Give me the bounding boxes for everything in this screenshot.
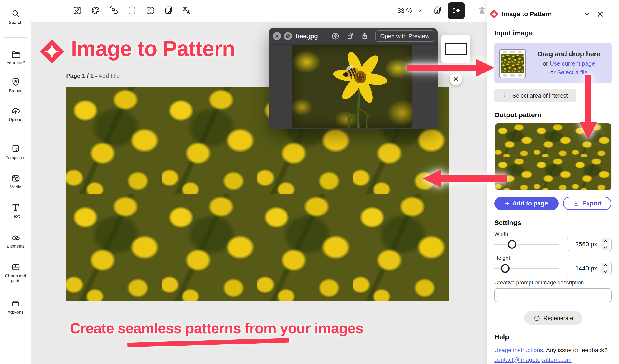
svg-text:1: 1 xyxy=(436,9,438,14)
width-step-down-button[interactable] xyxy=(601,245,609,250)
quicklook-titlebar: bee.jpg Open with Preview xyxy=(269,28,438,45)
page-label[interactable]: Page 1 / 1 - Add title xyxy=(66,72,120,79)
cloud-upload-icon xyxy=(11,106,21,116)
translate-icon: A xyxy=(182,6,192,15)
usage-instructions-link[interactable]: Usage instructions xyxy=(494,347,543,353)
sidebar-divider xyxy=(4,37,27,38)
close-icon xyxy=(597,11,604,17)
use-current-page-link[interactable]: Use current page xyxy=(549,60,595,67)
width-slider[interactable] xyxy=(494,244,559,245)
charts-grids-icon xyxy=(11,262,21,272)
height-slider-thumb[interactable] xyxy=(501,264,509,273)
rotate-button[interactable] xyxy=(346,32,354,40)
translate-button[interactable]: A xyxy=(180,4,194,17)
page-number-label: Page 1 / 1 - xyxy=(66,72,97,79)
height-input[interactable]: 1440 px xyxy=(567,262,612,275)
templates-icon xyxy=(11,144,21,154)
quicklook-filename: bee.jpg xyxy=(295,32,318,40)
copy-pages-button[interactable] xyxy=(162,4,175,17)
addon-logo xyxy=(490,10,499,19)
sidebar-item-upload[interactable]: Upload xyxy=(0,106,31,122)
select-area-label: Select area of interest xyxy=(512,92,568,99)
contact-email-link[interactable]: contact@imagetopattern.com xyxy=(494,356,572,363)
zoom-dropdown-button[interactable] xyxy=(413,4,426,17)
height-step-up-button[interactable] xyxy=(601,263,609,268)
canvas-title-text[interactable]: Image to Pattern xyxy=(71,36,235,61)
sidebar-item-elements[interactable]: Elements xyxy=(0,232,31,248)
sidebar-item-charts-and-grids[interactable]: Charts and grids xyxy=(0,262,31,283)
height-value: 1440 px xyxy=(571,265,601,272)
add-to-page-label: Add to page xyxy=(512,200,548,207)
sidebar-item-search[interactable]: Search xyxy=(0,9,31,25)
or-text: or xyxy=(543,60,548,67)
height-label: Height xyxy=(494,255,510,261)
sidebar-item-media[interactable]: Media xyxy=(0,173,31,189)
sidebar-item-your-stuff[interactable]: Your stuff xyxy=(0,49,31,65)
close-icon xyxy=(453,76,459,82)
zoom-level[interactable]: 33 % xyxy=(394,7,415,14)
regenerate-button[interactable]: Regenerate xyxy=(524,311,582,325)
elements-icon xyxy=(11,232,21,242)
pages-button[interactable]: 1 xyxy=(431,4,444,17)
prompt-label: Creative prompt or image description xyxy=(494,279,584,286)
color-palette-button[interactable] xyxy=(89,4,102,17)
select-a-file-link[interactable]: Select a file xyxy=(557,69,588,76)
quicklook-blocked-button[interactable] xyxy=(284,32,292,40)
download-icon xyxy=(573,200,580,207)
dismiss-selection-button[interactable] xyxy=(450,73,462,85)
drop-zone-text: Drag and drop here or Use current page o… xyxy=(526,43,612,83)
bee-flower-illustration xyxy=(292,45,412,128)
chevron-down-icon xyxy=(603,270,607,273)
toolbar-divider xyxy=(472,3,472,18)
input-image-heading: Input image xyxy=(494,29,533,37)
quicklook-close-button[interactable] xyxy=(273,32,281,40)
open-with-preview-button[interactable]: Open with Preview xyxy=(376,30,434,42)
prompt-input[interactable] xyxy=(494,288,612,302)
input-image-thumbnail xyxy=(499,49,526,78)
select-area-button[interactable]: Select area of interest xyxy=(494,89,576,102)
drop-zone[interactable]: Drag and drop here or Use current page o… xyxy=(494,43,612,83)
share-button[interactable] xyxy=(361,32,369,40)
image-to-pattern-addon-button-active[interactable] xyxy=(448,2,465,19)
page-title-placeholder[interactable]: Add title xyxy=(98,72,120,79)
markup-button[interactable] xyxy=(331,32,339,40)
regenerate-icon xyxy=(534,315,540,322)
quicklook-window[interactable]: bee.jpg Open with Preview xyxy=(269,28,438,129)
width-input[interactable]: 2560 px xyxy=(567,238,612,251)
zoom-chevron-icon xyxy=(416,7,423,14)
add-to-page-button[interactable]: + Add to page xyxy=(494,197,559,210)
share-icon xyxy=(361,32,369,40)
panel-title: Image to Pattern xyxy=(502,11,552,18)
frame-button[interactable] xyxy=(125,4,139,17)
add-ons-icon xyxy=(11,298,21,308)
output-pattern-image[interactable] xyxy=(495,123,611,190)
chevron-up-icon xyxy=(603,264,607,267)
rotate-icon xyxy=(346,32,354,40)
copy-pages-icon xyxy=(164,6,173,15)
image-to-pattern-panel: Image to Pattern Input image Drag and dr… xyxy=(487,0,619,364)
panel-close-button[interactable] xyxy=(597,11,604,18)
sidebar-item-text[interactable]: Text xyxy=(0,202,31,219)
feedback-text: . Any issue or feedback? xyxy=(543,347,607,353)
sidebar-item-add-ons[interactable]: Add-ons xyxy=(0,298,31,315)
delete-button[interactable] xyxy=(475,4,489,17)
width-slider-thumb[interactable] xyxy=(508,240,516,249)
svg-text:B: B xyxy=(14,79,17,84)
panel-collapse-button[interactable] xyxy=(583,11,590,19)
height-step-down-button[interactable] xyxy=(601,269,609,274)
mask-button[interactable] xyxy=(144,4,157,17)
crop-icon xyxy=(502,92,509,99)
export-button[interactable]: Export xyxy=(563,197,611,210)
page-thumbnail-card[interactable] xyxy=(441,35,470,63)
resize-button[interactable] xyxy=(71,4,84,17)
width-step-up-button[interactable] xyxy=(601,238,609,244)
tagline-highlight: seamless patterns xyxy=(118,320,241,336)
tagline-text[interactable]: Create seamless patterns from your image… xyxy=(70,320,363,337)
sidebar-item-brands[interactable]: B Brands xyxy=(0,77,31,93)
animation-button[interactable] xyxy=(107,4,120,17)
drop-zone-title: Drag and drop here xyxy=(537,50,601,58)
image-to-pattern-addon-icon xyxy=(451,5,462,16)
sidebar-item-templates[interactable]: Templates xyxy=(0,144,31,160)
contact-line: contact@imagetopattern.com xyxy=(494,356,572,363)
markup-pen-icon xyxy=(331,32,339,40)
